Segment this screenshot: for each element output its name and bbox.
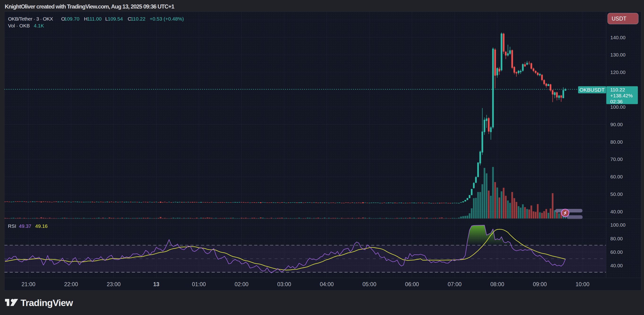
svg-text:KnightOliver created with Trad: KnightOliver created with TradingView.co… (5, 3, 174, 10)
svg-text:120.00: 120.00 (610, 70, 626, 75)
svg-text:USDT: USDT (612, 16, 626, 22)
svg-text:02:36: 02:36 (610, 99, 623, 104)
svg-text:130.00: 130.00 (610, 52, 626, 58)
svg-text:60.00: 60.00 (610, 249, 623, 255)
svg-text:110.22: 110.22 (610, 87, 625, 92)
svg-text:+138.42%: +138.42% (610, 93, 633, 98)
svg-text:23:00: 23:00 (107, 281, 121, 287)
svg-text:RSI: RSI (8, 223, 16, 229)
svg-text:40.00: 40.00 (610, 263, 623, 268)
svg-text:02:00: 02:00 (234, 281, 248, 287)
svg-text:09:00: 09:00 (533, 281, 547, 287)
svg-text:TradingView: TradingView (20, 298, 73, 308)
svg-text:01:00: 01:00 (192, 281, 206, 287)
svg-text:10:00: 10:00 (576, 281, 590, 287)
svg-text:40.00: 40.00 (610, 209, 623, 214)
svg-text:49.16: 49.16 (35, 223, 48, 229)
svg-text:Vol · OKB: Vol · OKB (8, 23, 30, 28)
svg-text:21:00: 21:00 (22, 281, 36, 287)
svg-text:OKB/Tether · 3 · OKX: OKB/Tether · 3 · OKX (8, 16, 53, 22)
svg-text:06:00: 06:00 (405, 281, 419, 287)
svg-text:+0.53 (+0.48%): +0.53 (+0.48%) (150, 16, 184, 22)
svg-text:07:00: 07:00 (448, 281, 462, 287)
svg-text:49.37: 49.37 (19, 223, 32, 229)
svg-text:60.00: 60.00 (610, 174, 623, 179)
svg-text:109.54: 109.54 (108, 16, 123, 22)
svg-text:80.00: 80.00 (610, 139, 623, 144)
svg-text:100.00: 100.00 (610, 222, 626, 228)
svg-text:04:00: 04:00 (320, 281, 334, 287)
svg-text:109.70: 109.70 (64, 16, 80, 22)
svg-text:90.00: 90.00 (610, 122, 623, 127)
svg-text:110.22: 110.22 (131, 16, 146, 22)
svg-text:13: 13 (153, 281, 160, 287)
svg-text:OKBUSDT: OKBUSDT (580, 87, 604, 93)
svg-text:4.1K: 4.1K (34, 23, 44, 28)
svg-text:50.00: 50.00 (610, 192, 623, 197)
svg-text:03:00: 03:00 (277, 281, 291, 287)
svg-text:70.00: 70.00 (610, 156, 623, 162)
svg-text:22:00: 22:00 (64, 281, 78, 287)
svg-text:140.00: 140.00 (610, 35, 626, 40)
svg-text:111.00: 111.00 (87, 16, 102, 22)
svg-text:08:00: 08:00 (490, 281, 504, 287)
svg-text:100.00: 100.00 (610, 104, 626, 110)
svg-text:80.00: 80.00 (610, 236, 623, 241)
svg-text:05:00: 05:00 (362, 281, 376, 287)
